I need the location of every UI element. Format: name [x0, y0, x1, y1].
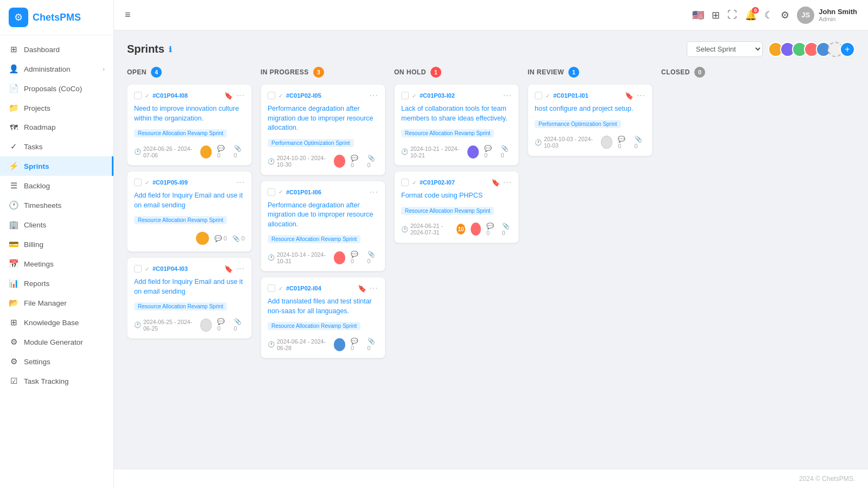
sidebar-item-proposals[interactable]: 📄 Proposals (CoCo) [0, 79, 113, 98]
sidebar-item-module-generator[interactable]: ⚙ Module Generator [0, 332, 113, 352]
card-attachments: 📎 0 [502, 223, 512, 236]
bookmark-icon[interactable]: 🔖 [491, 179, 500, 187]
card-title[interactable]: Add field for Inquiry Email and use it o… [134, 191, 245, 210]
sidebar-label-clients: Clients [24, 221, 46, 229]
more-options-icon[interactable]: ··· [370, 188, 378, 197]
col-badge-in-review: 1 [568, 67, 579, 78]
sidebar-item-task-tracking[interactable]: ☑ Task Tracking [0, 371, 113, 391]
kanban-card: ✓ #C01P01-I06 ··· Performance degradatio… [261, 181, 385, 272]
settings-gear-icon[interactable]: ⚙ [781, 9, 789, 21]
sidebar-item-roadmap[interactable]: 🗺 Roadmap [0, 118, 113, 137]
card-checkbox[interactable] [134, 265, 142, 272]
card-checkbox[interactable] [134, 92, 142, 99]
card-title[interactable]: host configure and project setup. [535, 104, 645, 114]
sidebar-item-sprints[interactable]: ⚡ Sprints [0, 156, 113, 176]
flag-icon[interactable]: 🇺🇸 [692, 9, 704, 21]
sidebar-item-knowledge-base[interactable]: ⊞ Knowledge Base [0, 313, 113, 332]
sidebar-item-backlog[interactable]: ☰ Backlog [0, 176, 113, 195]
more-options-icon[interactable]: ··· [503, 91, 512, 100]
notification-icon[interactable]: 🔔 0 [745, 9, 757, 21]
more-options-icon[interactable]: ··· [503, 178, 512, 187]
card-bottom: 🕐2024-06-24 - 2024-06-28 💬 0 📎 0 [268, 338, 378, 351]
card-tag[interactable]: Performance Optimization Sprint [535, 120, 621, 128]
sprint-select[interactable]: Select Sprint [687, 41, 763, 57]
info-icon[interactable]: ℹ [169, 45, 172, 54]
sidebar-item-clients[interactable]: 🏢 Clients [0, 215, 113, 235]
fullscreen-icon[interactable]: ⛶ [727, 9, 737, 21]
card-tag[interactable]: Resource Allocation Revamp Sprint [134, 129, 227, 137]
sidebar-item-administration[interactable]: 👤 Administration › [0, 59, 113, 79]
sidebar-item-timesheets[interactable]: 🕐 Timesheets [0, 195, 113, 215]
card-checkbox[interactable] [535, 92, 542, 99]
card-title[interactable]: Add translated files and test stintar no… [268, 297, 378, 316]
sidebar-item-reports[interactable]: 📊 Reports [0, 274, 113, 293]
card-tag[interactable]: Resource Allocation Revamp Sprint [134, 216, 227, 224]
sidebar-item-dashboard[interactable]: ⊞ Dashboard [0, 40, 113, 59]
card-avatar [467, 145, 479, 159]
card-title[interactable]: Add field for Inquiry Email and use it o… [134, 277, 245, 296]
card-tag[interactable]: Resource Allocation Revamp Sprint [134, 302, 227, 310]
card-checkbox[interactable] [134, 179, 142, 186]
more-options-icon[interactable]: ··· [236, 264, 245, 273]
card-title[interactable]: Lack of collaboration tools for team mem… [401, 104, 512, 123]
card-id: #C01P04-I03 [153, 265, 221, 272]
kanban-card: ✓ #C01P01-I01 🔖 ··· host configure and p… [528, 84, 652, 156]
sidebar-item-file-manager[interactable]: 📂 File Manager [0, 293, 113, 313]
card-checkbox[interactable] [268, 188, 275, 196]
card-attachments: 📎 0 [368, 251, 379, 264]
sidebar-item-settings[interactable]: ⚙ Settings [0, 352, 113, 371]
roadmap-icon: 🗺 [9, 123, 18, 132]
more-options-icon[interactable]: ··· [637, 91, 645, 100]
more-options-icon[interactable]: ··· [236, 91, 245, 100]
col-title-open: OPEN [127, 68, 147, 76]
card-title[interactable]: Need to improve innovation culture withi… [134, 104, 245, 123]
bookmark-icon[interactable]: 🔖 [625, 92, 633, 100]
card-checkbox[interactable] [268, 92, 275, 99]
sidebar-item-projects[interactable]: 📁 Projects [0, 98, 113, 118]
card-tag[interactable]: Resource Allocation Revamp Sprint [268, 322, 360, 330]
sidebar-label-timesheets: Timesheets [24, 201, 61, 210]
timesheets-icon: 🕐 [9, 200, 18, 210]
sidebar-item-tasks[interactable]: ✓ Tasks [0, 137, 113, 156]
card-title[interactable]: Format code using PHPCS [401, 191, 512, 201]
grid-icon[interactable]: ⊞ [712, 9, 720, 21]
col-header-in-review: IN REVIEW 1 [528, 67, 652, 78]
col-badge-on-hold: 1 [430, 67, 441, 78]
card-checkbox[interactable] [268, 284, 275, 292]
card-title[interactable]: Performance degradation after migration … [268, 104, 378, 133]
card-title[interactable]: Performance degradation after migration … [268, 201, 378, 230]
bookmark-icon[interactable]: 🔖 [224, 265, 233, 273]
card-attachments: 📎 0 [234, 145, 245, 159]
col-header-on-hold: ON HOLD 1 [394, 67, 519, 78]
menu-icon[interactable]: ≡ [125, 9, 131, 21]
sidebar-item-meetings[interactable]: 📅 Meetings [0, 254, 113, 274]
bookmark-icon[interactable]: 🔖 [224, 92, 233, 100]
kanban-col-closed: CLOSED 0 [661, 67, 786, 386]
card-checkbox[interactable] [401, 92, 409, 99]
logo-area[interactable]: ⚙ ChetsPMS [0, 0, 113, 35]
more-options-icon[interactable]: ··· [370, 91, 378, 100]
add-member-button[interactable]: + [840, 42, 855, 57]
card-comments: 💬 0 [618, 136, 629, 149]
user-avatar: JS [797, 7, 814, 24]
more-options-icon[interactable]: ··· [370, 284, 378, 293]
more-options-icon[interactable]: ··· [236, 178, 245, 187]
topbar: ≡ 🇺🇸 ⊞ ⛶ 🔔 0 ☾ ⚙ JS John Smith Admin [114, 0, 868, 30]
sidebar-label-tasks: Tasks [24, 143, 43, 151]
card-tag[interactable]: Resource Allocation Revamp Sprint [268, 235, 360, 243]
card-bottom: 🕐2024-10-21 - 2024-10-21 💬 0 📎 0 [401, 145, 512, 159]
card-checkbox[interactable] [401, 179, 409, 186]
dashboard-icon: ⊞ [9, 45, 18, 54]
darkmode-icon[interactable]: ☾ [764, 9, 773, 21]
sidebar-label-administration: Administration [24, 65, 71, 73]
card-meta: 💬 0 📎 0 [196, 232, 245, 245]
card-date: 🕐2024-10-03 - 2024-10-03 [535, 136, 601, 149]
card-tag[interactable]: Resource Allocation Revamp Sprint [401, 207, 494, 215]
sidebar-item-billing[interactable]: 💳 Billing [0, 235, 113, 254]
card-tag[interactable]: Performance Optimization Sprint [268, 139, 354, 147]
avatars-group: + [768, 42, 855, 57]
user-area[interactable]: JS John Smith Admin [797, 7, 857, 24]
card-meta: 💬 0 📎 0 [200, 318, 245, 332]
card-tag[interactable]: Resource Allocation Revamp Sprint [401, 129, 494, 137]
bookmark-icon[interactable]: 🔖 [358, 284, 366, 293]
